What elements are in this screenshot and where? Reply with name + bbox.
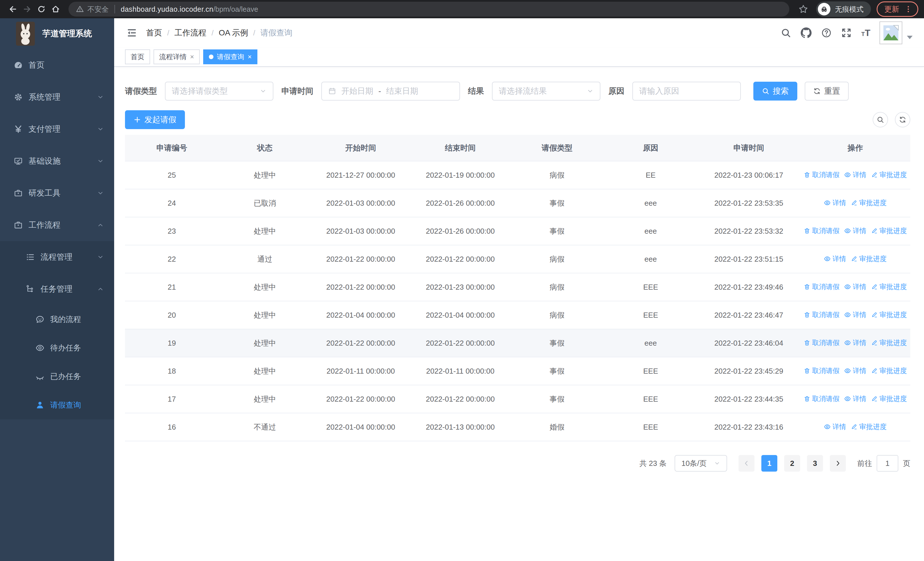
- detail-link[interactable]: 详情: [844, 338, 866, 347]
- sidebar-item-devtools[interactable]: 研发工具: [0, 177, 114, 209]
- detail-link[interactable]: 详情: [824, 254, 846, 263]
- trash-icon: [804, 227, 810, 234]
- detail-link[interactable]: 详情: [824, 198, 846, 208]
- home-button[interactable]: [48, 2, 63, 16]
- page-button-2[interactable]: 2: [784, 455, 800, 472]
- breadcrumb-item[interactable]: 首页: [146, 27, 162, 38]
- approval-progress-link[interactable]: 审批进度: [871, 226, 907, 235]
- browser-update-chip[interactable]: 更新: [877, 2, 918, 17]
- sidebar-item-done-tasks[interactable]: 已办任务: [0, 362, 114, 391]
- prev-page-button[interactable]: [738, 455, 754, 472]
- app-logo[interactable]: 芋道管理系统: [0, 18, 114, 49]
- detail-link[interactable]: 详情: [844, 366, 866, 375]
- close-icon[interactable]: ×: [190, 53, 194, 61]
- sidebar-item-todo-tasks[interactable]: 待办任务: [0, 334, 114, 362]
- breadcrumb-item[interactable]: 工作流程: [174, 27, 206, 38]
- page-button-3[interactable]: 3: [807, 455, 823, 472]
- screen: 不安全 dashboard.yudao.iocoder.cn/bpm/oa/le…: [0, 0, 924, 561]
- cancel-leave-link[interactable]: 取消请假: [804, 338, 840, 347]
- cancel-leave-link[interactable]: 取消请假: [804, 282, 840, 291]
- filter-label: 请假类型: [125, 86, 157, 96]
- refresh-table-button[interactable]: [895, 112, 910, 127]
- tab-process-detail[interactable]: 流程详情×: [153, 50, 200, 64]
- search-button[interactable]: 搜索: [753, 82, 797, 101]
- detail-link[interactable]: 详情: [844, 310, 866, 319]
- approval-progress-link[interactable]: 审批进度: [871, 394, 907, 403]
- sidebar-collapse-button[interactable]: [127, 28, 137, 38]
- pen-icon: [850, 199, 858, 206]
- url-divider: [114, 5, 115, 14]
- detail-link[interactable]: 详情: [844, 282, 866, 291]
- cancel-leave-link[interactable]: 取消请假: [804, 226, 840, 235]
- sidebar-item-system[interactable]: 系统管理: [0, 81, 114, 113]
- filter-bar: 请假类型 请选择请假类型 申请时间 开始日期 - 结束日期: [125, 82, 910, 101]
- next-page-button[interactable]: [830, 455, 846, 472]
- toggle-search-button[interactable]: [873, 112, 888, 127]
- avatar-caret-icon[interactable]: [907, 36, 913, 39]
- leave-type-select[interactable]: 请选择请假类型: [165, 82, 273, 101]
- sidebar-item-infra[interactable]: 基础设施: [0, 145, 114, 177]
- cancel-leave-link[interactable]: 取消请假: [804, 310, 840, 319]
- approval-progress-link[interactable]: 审批进度: [871, 170, 907, 179]
- detail-link[interactable]: 详情: [844, 226, 866, 235]
- reload-button[interactable]: [34, 2, 48, 16]
- header-search-button[interactable]: [781, 28, 791, 38]
- address-bar[interactable]: 不安全 dashboard.yudao.iocoder.cn/bpm/oa/le…: [69, 2, 789, 17]
- font-size-button[interactable]: TT: [861, 28, 870, 38]
- sidebar-item-process-mgmt[interactable]: 流程管理: [0, 241, 114, 273]
- back-button[interactable]: [6, 2, 20, 16]
- approval-progress-link[interactable]: 审批进度: [871, 310, 907, 319]
- approval-progress-link[interactable]: 审批进度: [850, 254, 886, 263]
- help-button[interactable]: [821, 28, 831, 38]
- close-icon[interactable]: ×: [248, 53, 252, 61]
- cell-end: 2022-01-26 00:00:00: [410, 217, 510, 245]
- page-size-select[interactable]: 10条/页: [675, 455, 727, 472]
- approval-progress-link[interactable]: 审批进度: [871, 282, 907, 291]
- cancel-leave-link[interactable]: 取消请假: [804, 170, 840, 179]
- forward-button[interactable]: [20, 2, 34, 16]
- breadcrumb-item[interactable]: OA 示例: [219, 27, 248, 38]
- apply-time-range-picker[interactable]: 开始日期 - 结束日期: [321, 82, 460, 101]
- sidebar-item-workflow[interactable]: 工作流程: [0, 209, 114, 241]
- bookmark-button[interactable]: [798, 4, 808, 14]
- sidebar-item-leave-query[interactable]: 请假查询: [0, 391, 114, 419]
- reset-button[interactable]: 重置: [805, 82, 849, 101]
- message-icon: [35, 315, 45, 324]
- tab-home[interactable]: 首页: [125, 50, 150, 64]
- pen-icon: [871, 171, 878, 178]
- result-select[interactable]: 请选择流结果: [492, 82, 600, 101]
- filter-apply-time: 申请时间 开始日期 - 结束日期: [281, 82, 460, 101]
- create-leave-button[interactable]: 发起请假: [125, 110, 185, 129]
- detail-link[interactable]: 详情: [844, 394, 866, 403]
- reason-input[interactable]: [632, 82, 741, 101]
- goto-page: 前往 页: [857, 455, 910, 472]
- approval-progress-link[interactable]: 审批进度: [871, 338, 907, 347]
- cancel-leave-link[interactable]: 取消请假: [804, 366, 840, 375]
- detail-link[interactable]: 详情: [824, 422, 846, 431]
- cancel-leave-link[interactable]: 取消请假: [804, 394, 840, 403]
- security-indicator[interactable]: 不安全: [76, 5, 109, 14]
- dashboard-icon: [14, 60, 23, 70]
- sidebar-item-home[interactable]: 首页: [0, 49, 114, 81]
- goto-page-input[interactable]: [877, 455, 898, 472]
- sidebar-item-my-process[interactable]: 我的流程: [0, 305, 114, 334]
- page-button-1[interactable]: 1: [761, 455, 777, 472]
- tab-label: 首页: [131, 52, 144, 62]
- approval-progress-link[interactable]: 审批进度: [871, 366, 907, 375]
- cell-reason: eee: [604, 245, 698, 273]
- fullscreen-button[interactable]: [841, 28, 852, 38]
- menu-dots-icon[interactable]: [904, 5, 912, 13]
- sidebar-item-label: 研发工具: [28, 188, 97, 199]
- detail-link[interactable]: 详情: [844, 170, 866, 179]
- approval-progress-link[interactable]: 审批进度: [850, 422, 886, 431]
- sidebar-item-payment[interactable]: 支付管理: [0, 113, 114, 145]
- eye-icon: [844, 311, 851, 318]
- github-button[interactable]: [801, 27, 812, 38]
- user-avatar[interactable]: [879, 21, 902, 44]
- column-header: 申请时间: [698, 135, 800, 161]
- approval-progress-link[interactable]: 审批进度: [850, 198, 886, 208]
- tab-leave-query[interactable]: 请假查询×: [203, 50, 257, 64]
- sidebar-item-label: 待办任务: [50, 343, 104, 353]
- cell-reason: EE: [604, 161, 698, 189]
- sidebar-item-task-mgmt[interactable]: 任务管理: [0, 273, 114, 305]
